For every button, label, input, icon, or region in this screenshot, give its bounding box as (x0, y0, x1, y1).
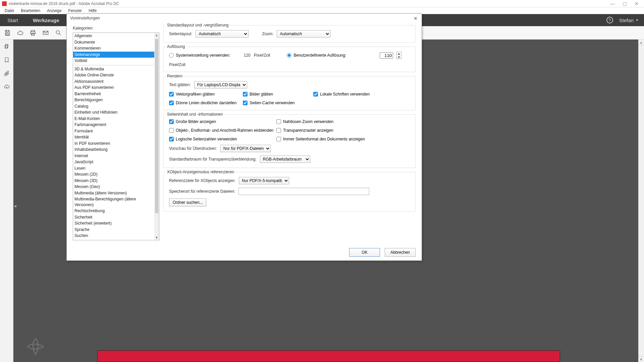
pages-icon[interactable] (2, 42, 11, 51)
ref-targets-select[interactable]: Nur PDF/X-5-kompatible (239, 177, 289, 184)
radio-system[interactable]: Systemeinstellung verwenden: (169, 53, 230, 58)
cb-always-page-format[interactable]: Immer Seitenformat des Dokuments anzeige… (276, 137, 410, 141)
scroll-up-icon[interactable]: ▲ (638, 40, 644, 45)
maximize-icon[interactable]: ▢ (623, 2, 627, 6)
group-resolution: Auflösung Systemeinstellung verwenden: 1… (163, 47, 416, 72)
categories-list[interactable]: AllgemeinDokumenteKommentierenSeitenanze… (73, 33, 159, 240)
category-item[interactable]: Seitenanzeige (73, 52, 154, 58)
overprint-select[interactable]: Nur für PDF/X-Dateien (220, 145, 271, 152)
category-item[interactable]: Internet (73, 153, 154, 159)
tab-start[interactable]: Start (0, 14, 25, 26)
menu-bearbeiten[interactable]: Bearbeiten (18, 8, 43, 14)
tab-tools[interactable]: Werkzeuge (25, 14, 67, 26)
category-item[interactable]: Aus PDF konvertieren (73, 84, 154, 91)
user-menu[interactable]: Stefan ▼ (619, 17, 639, 23)
cb-thin-lines[interactable]: Dünne Linien deutlicher darstellen (169, 101, 243, 105)
bookmark-icon[interactable] (2, 56, 11, 64)
category-item[interactable]: Farbmanagement (73, 122, 154, 128)
category-item[interactable]: Berechtigungen (73, 97, 154, 103)
cb-page-cache[interactable]: Seiten-Cache verwenden (243, 101, 313, 105)
category-item[interactable]: Formulare (73, 128, 154, 134)
category-item[interactable]: Sicherheit (erweitert) (73, 220, 154, 227)
zoom-label: Zoom: (262, 32, 273, 36)
category-item[interactable]: In PDF konvertieren (73, 140, 154, 147)
cb-seamless-zoom[interactable]: Nahtlosen Zoom verwenden (276, 119, 410, 124)
scroll-down-icon[interactable]: ▼ (638, 356, 644, 362)
category-item[interactable]: Vollbild (73, 58, 154, 64)
category-item[interactable]: Multimedia-Berechtigungen (ältere Versio… (73, 196, 154, 208)
category-item[interactable]: Aktionsassistent (73, 78, 154, 85)
category-item[interactable]: Barrierefreiheit (73, 91, 154, 97)
category-item[interactable]: Multimedia (ältere Versionen) (73, 190, 154, 196)
cloud-sync-icon[interactable] (2, 82, 11, 91)
category-item[interactable]: Adobe Online-Dienste (73, 72, 154, 78)
cb-local-fonts[interactable]: Lokale Schriften verwenden (313, 92, 410, 97)
group-layout: Standardlayout und -vergrößerung Seitenl… (163, 25, 416, 43)
radio-custom[interactable]: Benutzerdefinierte Auflösung: (287, 53, 346, 58)
category-item[interactable]: Allgemein (73, 33, 154, 39)
resolution-spinner[interactable]: ▲▼ (396, 52, 401, 59)
chevron-down-icon[interactable]: ▼ (396, 55, 401, 59)
blend-select[interactable]: RGB-Arbeitsfarbraum (260, 156, 310, 163)
cb-logical-pages[interactable]: Logische Seitenzahlen verwenden (169, 137, 276, 141)
category-item[interactable]: Catalog (73, 103, 154, 110)
cancel-button[interactable]: Abbrechen (385, 248, 416, 257)
category-item[interactable]: Messen (3D) (73, 178, 154, 184)
menu-datei[interactable]: Datei (2, 8, 17, 14)
location-input[interactable] (238, 188, 369, 195)
category-item[interactable]: 3D & Multimedia (73, 66, 154, 72)
print-icon[interactable] (28, 28, 38, 38)
category-item[interactable]: Tracker (73, 239, 154, 240)
category-item[interactable]: Sprache (73, 227, 154, 233)
cb-large-images[interactable]: Große Bilder anzeigen (169, 119, 276, 124)
scroll-down-icon[interactable]: ▼ (154, 235, 159, 240)
category-item[interactable]: E-Mail-Konten (73, 116, 154, 122)
menu-hilfe[interactable]: Hilfe (86, 8, 99, 14)
list-scrollbar[interactable]: ▲ ▼ (154, 33, 159, 240)
cb-images[interactable]: Bilder glätten (243, 92, 313, 97)
custom-resolution-input[interactable] (380, 52, 393, 59)
dialog-close-icon[interactable]: ✕ (414, 16, 418, 20)
category-item[interactable]: Sicherheit (73, 214, 154, 221)
pixel-unit-1: Pixel/Zoll (254, 53, 270, 58)
scroll-up-icon[interactable]: ▲ (154, 33, 159, 38)
ok-button[interactable]: OK (349, 248, 380, 257)
location-label: Speicherort für referenzierte Dateien: (169, 189, 235, 194)
pixel-unit-2: Pixel/Zoll (169, 62, 185, 67)
category-item[interactable]: Rechtschreibung (73, 208, 154, 214)
zoom-select[interactable]: Automatisch (277, 30, 330, 38)
category-item[interactable]: Messen (Geo) (73, 184, 154, 190)
menu-anzeige[interactable]: Anzeige (44, 8, 64, 14)
preferences-dialog: Voreinstellungen ✕ Kategorien: Allgemein… (66, 13, 422, 261)
cloud-icon[interactable] (15, 28, 25, 38)
dialog-titlebar: Voreinstellungen ✕ (67, 14, 422, 22)
vertical-scrollbar[interactable]: ▲ ▼ (638, 40, 644, 362)
page-layout-select[interactable]: Automatisch (196, 30, 249, 38)
category-item[interactable]: Kommentieren (73, 45, 154, 52)
menu-fenster[interactable]: Fenster (65, 8, 85, 14)
attachment-icon[interactable] (2, 69, 11, 78)
category-item[interactable]: JavaScript (73, 159, 154, 165)
category-item[interactable]: Dokumente (73, 39, 154, 46)
search-icon[interactable] (54, 28, 63, 38)
browse-button[interactable]: Ordner suchen... (169, 198, 206, 206)
group-xobject-title: XObject-Anzeigemodus referenzieren (166, 170, 235, 174)
category-item[interactable]: Suchen (73, 233, 154, 239)
chevron-up-icon[interactable]: ▲ (396, 52, 401, 55)
category-item[interactable]: Lesen (73, 165, 154, 172)
close-icon[interactable]: ✕ (635, 2, 639, 6)
cb-object-frames[interactable]: Objekt-, Endformat- und Anschnitt-Rahmen… (169, 128, 276, 133)
window-controls: — ▢ ✕ (610, 2, 642, 6)
save-icon[interactable] (3, 28, 12, 38)
category-item[interactable]: Identität (73, 134, 154, 140)
help-icon[interactable]: ? (606, 17, 613, 23)
smooth-text-select[interactable]: Für Laptops/LCD-Displays (194, 81, 247, 88)
category-item[interactable]: Inhaltsbearbeitung (73, 146, 154, 153)
cb-vector[interactable]: Vektorgrafiken glätten (169, 92, 243, 97)
mail-icon[interactable] (41, 28, 50, 38)
category-item[interactable]: Messen (2D) (73, 171, 154, 178)
cb-transparency-grid[interactable]: Transparenzraster anzeigen (276, 128, 410, 133)
scroll-thumb[interactable] (155, 39, 158, 213)
minimize-icon[interactable]: — (610, 2, 614, 6)
category-item[interactable]: Einheiten und Hilfslinien (73, 109, 154, 116)
